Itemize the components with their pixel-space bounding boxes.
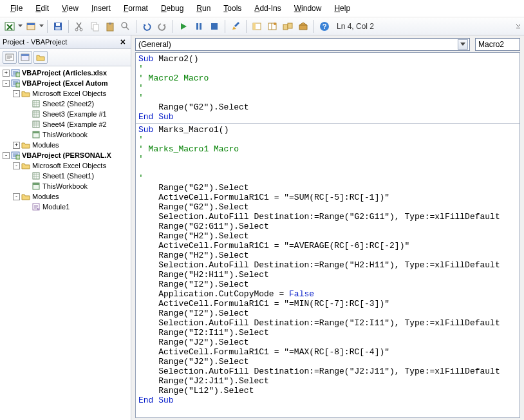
expand-icon[interactable]: + (3, 70, 10, 77)
undo-icon[interactable] (140, 19, 154, 33)
tree-node[interactable]: +VBAProject (Articles.xlsx (1, 68, 131, 78)
help-icon[interactable]: ? (317, 19, 332, 33)
sheet-icon (32, 171, 41, 180)
svg-rect-36 (33, 131, 39, 133)
code-block-1[interactable]: Sub Macro2() ' ' Macro2 Macro ' ' Range(… (136, 53, 519, 123)
menu-run[interactable]: Run (190, 3, 217, 14)
toolbox-icon[interactable] (296, 19, 310, 33)
tree-node[interactable]: -VBAProject (PERSONAL.X (1, 150, 131, 160)
tree-node[interactable]: ThisWorkbook (1, 129, 131, 140)
code-pane: (General) Macro2 Sub Macro2() ' ' Macro2… (131, 35, 524, 420)
expand-spacer (23, 173, 30, 180)
sheet-icon (32, 110, 41, 119)
close-icon[interactable]: × (118, 37, 128, 47)
tree-label: Microsoft Excel Objects (32, 88, 106, 99)
break-icon[interactable] (192, 19, 206, 33)
svg-rect-4 (56, 23, 60, 26)
properties-icon[interactable] (265, 19, 279, 33)
tree-label: VBAProject (Excel Autom (22, 78, 108, 88)
menu-file[interactable]: File (4, 3, 29, 14)
menu-add-ins[interactable]: Add-Ins (248, 3, 287, 14)
object-combo[interactable]: (General) (135, 38, 470, 51)
collapse-icon[interactable]: - (3, 152, 10, 159)
tree-label: VBAProject (Articles.xlsx (22, 68, 107, 78)
tree-node[interactable]: +Modules (1, 140, 131, 150)
toolbar-overflow-icon[interactable] (515, 19, 521, 33)
svg-rect-33 (33, 111, 39, 117)
chevron-down-icon[interactable] (18, 19, 23, 33)
procedure-combo-value: Macro2 (478, 40, 504, 49)
tree-node[interactable]: Sheet4 (Example #2 (1, 119, 131, 129)
code-editor[interactable]: Sub Macro2() ' ' Macro2 Macro ' ' Range(… (135, 52, 520, 418)
chevron-down-icon[interactable] (39, 19, 44, 33)
project-explorer-icon[interactable] (250, 19, 264, 33)
expand-spacer (23, 204, 30, 211)
find-icon[interactable] (118, 19, 133, 33)
tree-label: ThisWorkbook (42, 181, 88, 191)
project-tree[interactable]: +VBAProject (Articles.xlsx-VBAProject (E… (0, 66, 131, 420)
code-block-2[interactable]: Sub Marks_Macro1() ' ' Marks_Macro1 Macr… (136, 124, 519, 406)
cut-icon[interactable] (72, 19, 86, 33)
divider (136, 20, 136, 33)
expand-icon[interactable]: + (13, 142, 20, 149)
menu-format[interactable]: Format (117, 3, 154, 14)
paste-icon[interactable] (103, 19, 117, 33)
collapse-icon[interactable]: - (13, 162, 20, 169)
procedure-combo[interactable]: Macro2 (475, 38, 520, 51)
svg-rect-17 (253, 23, 256, 30)
view-object-icon[interactable] (18, 51, 32, 64)
design-mode-icon[interactable] (229, 19, 243, 33)
tree-node[interactable]: ThisWorkbook (1, 181, 131, 191)
form-icon[interactable] (24, 19, 38, 33)
menu-help[interactable]: Help (328, 3, 357, 14)
collapse-icon[interactable]: - (3, 80, 10, 87)
svg-point-19 (274, 23, 276, 25)
tree-label: Modules (32, 191, 59, 202)
svg-rect-27 (21, 54, 29, 56)
pane-toolbar (0, 49, 131, 66)
tree-node[interactable]: Sheet2 (Sheet2) (1, 99, 131, 109)
tree-node[interactable]: -Microsoft Excel Objects (1, 88, 131, 99)
expand-spacer (23, 100, 30, 108)
tree-label: ThisWorkbook (42, 129, 88, 140)
svg-rect-32 (33, 100, 39, 107)
sheet-icon (32, 120, 41, 129)
run-icon[interactable] (176, 19, 191, 33)
menu-insert[interactable]: Insert (85, 3, 117, 14)
menu-edit[interactable]: Edit (29, 3, 55, 14)
tree-node[interactable]: -Microsoft Excel Objects (1, 160, 131, 171)
menu-tools[interactable]: Tools (217, 3, 248, 14)
svg-rect-21 (288, 23, 292, 28)
tree-label: Sheet2 (Sheet2) (42, 99, 94, 109)
tree-label: Microsoft Excel Objects (32, 160, 106, 171)
object-combo-value: (General) (138, 40, 171, 49)
tree-node[interactable]: Sheet3 (Example #1 (1, 109, 131, 119)
divider (173, 20, 173, 33)
expand-spacer (23, 131, 30, 138)
tree-node[interactable]: -VBAProject (Excel Autom (1, 78, 131, 88)
menu-window[interactable]: Window (288, 3, 328, 14)
folder-icon (21, 89, 30, 98)
copy-icon[interactable] (88, 19, 102, 33)
toolbar: ? Ln 4, Col 2 (0, 17, 524, 35)
tree-node[interactable]: -Modules (1, 191, 131, 202)
save-icon[interactable] (51, 19, 65, 33)
collapse-icon[interactable]: - (13, 90, 20, 97)
reset-icon[interactable] (207, 19, 221, 33)
redo-icon[interactable] (155, 19, 169, 33)
svg-rect-29 (16, 73, 20, 77)
object-browser-icon[interactable] (281, 19, 295, 33)
svg-rect-24 (516, 28, 520, 28)
tree-node[interactable]: Module1 (1, 202, 131, 212)
view-code-icon[interactable] (3, 51, 17, 64)
folder-toggle-icon[interactable] (33, 51, 48, 64)
menu-debug[interactable]: Debug (154, 3, 190, 14)
collapse-icon[interactable]: - (13, 193, 20, 200)
pane-title-bar: Project - VBAProject × (0, 35, 131, 49)
menu-view[interactable]: View (55, 3, 85, 14)
tree-node[interactable]: Sheet1 (Sheet1) (1, 171, 131, 181)
expand-spacer (23, 121, 30, 128)
excel-icon[interactable] (3, 19, 17, 33)
svg-rect-14 (200, 23, 201, 30)
chevron-down-icon[interactable] (458, 39, 468, 50)
